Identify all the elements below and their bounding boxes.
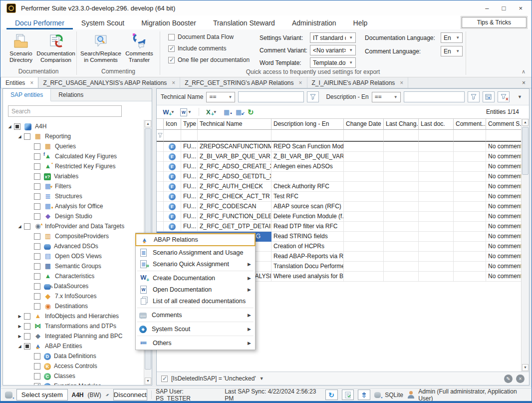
tree-checkbox[interactable]: [34, 373, 40, 380]
scroll-up-icon[interactable]: ▲: [522, 119, 529, 126]
table-row[interactable]: FFU...Z_RFC_CHECK_ACT_TRTest RFCNo comme…: [157, 192, 521, 202]
document-tab-z-i-airline-s-abap-relations[interactable]: Z_I_AIRLINE's ABAP Relations×: [307, 77, 409, 88]
tab-close-icon[interactable]: ×: [298, 79, 302, 86]
tab-close-icon[interactable]: ×: [400, 79, 403, 86]
ribbon-tab-help[interactable]: Help: [345, 16, 376, 29]
expander-closed-icon[interactable]: ▶: [16, 314, 23, 319]
auto-filter-cell[interactable]: [271, 130, 344, 142]
tips-and-tricks-button[interactable]: Tips & Tricks: [462, 17, 527, 28]
close-button[interactable]: ×: [519, 4, 523, 12]
tree-checkbox[interactable]: [34, 233, 40, 240]
tree-checkbox[interactable]: [34, 383, 40, 386]
expander-closed-icon[interactable]: ▶: [16, 334, 23, 339]
settings-variant-select[interactable]: IT standard document...▼: [310, 32, 356, 43]
menu-item-comments[interactable]: Comments▶: [136, 309, 255, 321]
tree-checkbox[interactable]: [34, 363, 40, 370]
ribbon-tab-translation-steward[interactable]: Translation Steward: [205, 16, 283, 29]
save-grid-layout-button[interactable]: [222, 107, 232, 117]
search-replace-in-comments-button[interactable]: Search/Replace in Comments: [80, 31, 122, 67]
technical-name-filter-input[interactable]: [238, 91, 304, 102]
column-header-last-doc[interactable]: Last doc.: [419, 118, 454, 130]
tree-item-compositeproviders[interactable]: CompositeProviders: [3, 231, 144, 241]
expander-open-icon[interactable]: ◢: [16, 224, 23, 229]
auto-filter-cell[interactable]: [486, 130, 521, 142]
tree-item-datasources[interactable]: DataSources: [3, 281, 144, 291]
scroll-down-icon[interactable]: ▼: [145, 378, 151, 385]
menu-item-scenario-assignment-and-usage[interactable]: Scenario Assignment and Usage: [136, 247, 255, 258]
tree-item-characteristics[interactable]: Characteristics: [3, 271, 144, 281]
tree-checkbox[interactable]: [14, 123, 20, 130]
column-header-change-date[interactable]: Change Date: [344, 118, 384, 130]
sync-refresh-button[interactable]: ↻: [325, 390, 338, 400]
ribbon-tab-system-scout[interactable]: System Scout: [73, 16, 133, 29]
disconnect-button[interactable]: Disconnect: [113, 389, 147, 401]
tab-close-icon[interactable]: ×: [30, 79, 33, 86]
tree-item-open-ods-views[interactable]: Open ODS Views: [3, 251, 144, 261]
tree-item-design-studio[interactable]: Design Studio: [3, 211, 144, 221]
scroll-down-icon[interactable]: ▼: [522, 364, 529, 371]
select-system-button[interactable]: Select system: [16, 389, 67, 401]
tree-checkbox[interactable]: [34, 163, 40, 170]
document-tab-entities[interactable]: Entities×: [0, 77, 38, 88]
comment-language-select[interactable]: En▼: [441, 46, 463, 56]
minimize-button[interactable]: –: [485, 4, 489, 12]
tree-item-filters[interactable]: Filters: [3, 181, 144, 191]
tree-checkbox[interactable]: [34, 153, 40, 160]
table-row[interactable]: FFU...Z_RFC_GET_DTP_DETAILRead DTP filte…: [157, 222, 521, 232]
filter-menu-button[interactable]: [307, 91, 319, 102]
auto-filter-cell[interactable]: [198, 130, 271, 142]
checkbox-icon[interactable]: [168, 57, 175, 63]
log-document-button[interactable]: [342, 390, 354, 400]
menu-item-system-scout[interactable]: System Scout▶: [136, 323, 255, 335]
expander-open-icon[interactable]: ◢: [16, 344, 23, 349]
table-row[interactable]: FFU...Z_RFC_AUTH_CHECKCheck Authority RF…: [157, 182, 521, 192]
ribbon-tab-administration[interactable]: Administration: [283, 16, 345, 29]
grid-scrollbar[interactable]: ▲ ▼: [521, 118, 529, 372]
close-filter-icon[interactable]: ×: [516, 375, 525, 383]
table-row[interactable]: FFU...Z_RFC_FUNCTION_DELEDelete Function…: [157, 212, 521, 222]
column-header-type[interactable]: Type: [181, 118, 198, 130]
tree-item-a4h[interactable]: ◢A4H: [3, 121, 144, 131]
menu-item-open-documentation[interactable]: Open Documentation▶: [136, 284, 255, 295]
tree-item-classes[interactable]: CClasses: [3, 371, 144, 381]
tree-checkbox[interactable]: [34, 173, 40, 180]
tree-checkbox[interactable]: [34, 283, 40, 290]
table-row[interactable]: FFU...Z_BI_VAR_BP_QUE_VARZ_BI_VAR_BP_QUE…: [157, 152, 521, 162]
open-word-documentation-button[interactable]: ▼: [179, 107, 195, 117]
tree-item-infoobjects-and-hierarchies[interactable]: ▶InfoObjects and Hierarchies: [3, 311, 144, 321]
column-header-last-chang[interactable]: Last Chang...: [384, 118, 419, 130]
tree-checkbox[interactable]: [34, 263, 40, 270]
panel-tab-relations[interactable]: Relations: [51, 89, 91, 101]
tree-checkbox[interactable]: [34, 183, 40, 190]
menu-item-abap-relations[interactable]: ABAP Relations: [135, 233, 256, 246]
tree-item-destinations[interactable]: Destinations: [3, 301, 144, 311]
tree-checkbox[interactable]: [34, 273, 40, 280]
tree-checkbox[interactable]: [34, 143, 40, 150]
table-row[interactable]: FFU...Z_RFC_ADSO_GETDTL_XNo comment: [157, 172, 521, 182]
tree-checkbox[interactable]: [24, 223, 30, 230]
tree-item-abap-entities[interactable]: ◢ABAP Entities: [3, 341, 144, 351]
expander-open-icon[interactable]: ◢: [16, 134, 23, 139]
tree-item-analysis-for-office[interactable]: Analysis for Office: [3, 201, 144, 211]
panel-tab-sap-entities[interactable]: SAP entities: [3, 89, 51, 101]
filter-op2-select[interactable]: ==▼: [372, 92, 401, 102]
tree-item-function-modules[interactable]: FFunction Modules: [3, 381, 144, 385]
active-filter-text[interactable]: [IsDeletedInSAP] = 'Unchecked': [171, 375, 256, 382]
auto-filter-cell[interactable]: [181, 130, 198, 142]
tree-item-semantic-groups[interactable]: Semantic Groups: [3, 261, 144, 271]
chevron-down-icon[interactable]: ▼: [260, 376, 264, 381]
clear-filter-button[interactable]: ×: [498, 91, 510, 102]
menu-item-others[interactable]: Others▶: [136, 337, 255, 349]
filter-op1-select[interactable]: ==▼: [206, 92, 235, 102]
word-template-select[interactable]: Template.dotx (Local)▼: [310, 57, 356, 68]
tree-item-7-x-infosources[interactable]: 7.x InfoSources: [3, 291, 144, 301]
column-header-comment-s[interactable]: Comment S...: [486, 118, 521, 130]
current-user-label[interactable]: Admin (Full administrator, Application U…: [418, 388, 527, 402]
tabstrip-close-icon[interactable]: ×: [516, 77, 532, 88]
menu-item-create-documentation[interactable]: Create Documentation▶: [136, 272, 255, 284]
auto-filter-cell[interactable]: [384, 130, 419, 142]
collapse-ribbon-icon[interactable]: ∧: [522, 68, 526, 75]
tree-item-infoprovider-and-data-targets[interactable]: ◢InfoProvider and Data Targets: [3, 221, 144, 231]
comment-variant-select[interactable]: <No variant>▼: [310, 45, 356, 55]
ribbon-tab-migration-booster[interactable]: Migration Booster: [133, 16, 205, 29]
